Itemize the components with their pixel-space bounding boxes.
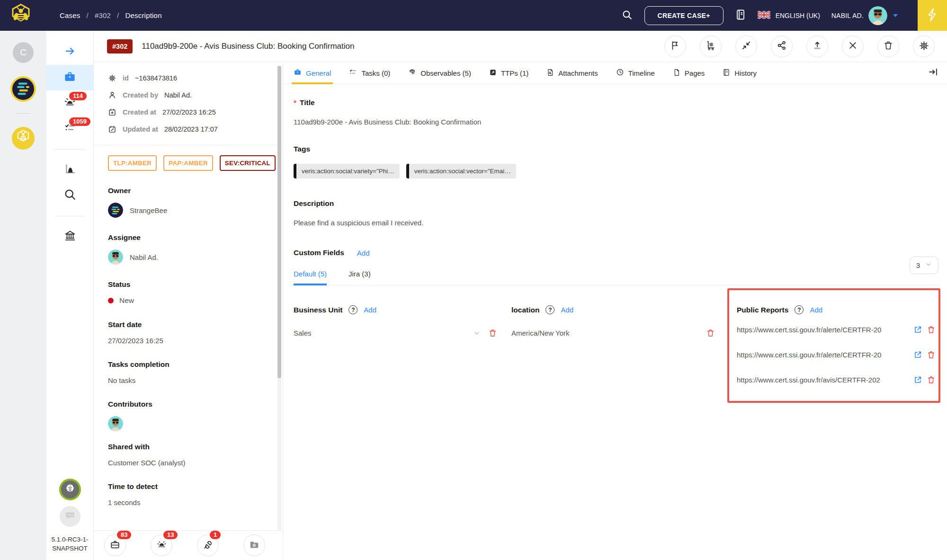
subtab-default[interactable]: Default (5): [294, 270, 327, 285]
sidebar-item-dashboards[interactable]: [46, 157, 93, 183]
arrow-right-icon: [63, 45, 77, 59]
clock-icon: [616, 68, 624, 78]
cortex-status-button[interactable]: [59, 479, 81, 500]
footer-archive-button[interactable]: [243, 534, 265, 556]
pap-badge[interactable]: PAP:AMBER: [163, 155, 213, 171]
owner-section: Owner: [108, 187, 267, 218]
trash-icon[interactable]: [706, 329, 715, 338]
trash-icon[interactable]: [927, 375, 936, 384]
help-icon[interactable]: ?: [795, 305, 804, 314]
tab-attachments[interactable]: Attachments: [546, 62, 598, 84]
subtab-jira[interactable]: Jira (3): [348, 270, 371, 285]
severity-badge[interactable]: SEV:CRITICAL: [220, 155, 276, 171]
status-row[interactable]: New: [108, 296, 267, 305]
sidebar-item-alerts[interactable]: 114: [46, 90, 93, 116]
assignee-row[interactable]: Nabil Ad.: [108, 249, 267, 265]
start-date-section: Start date 27/02/2023 16:25: [108, 320, 267, 345]
tab-observables[interactable]: Observables (5): [408, 62, 471, 84]
org-avatar-strangebee[interactable]: [10, 76, 36, 102]
trash-icon[interactable]: [927, 325, 936, 334]
public-report-url[interactable]: https://www.cert.ssi.gouv.fr/avis/CERTFR…: [737, 376, 909, 384]
breadcrumb-section[interactable]: Description: [125, 11, 161, 19]
external-link-icon[interactable]: [913, 325, 922, 334]
panel-scrollbar[interactable]: [277, 66, 281, 558]
tag-chip[interactable]: veris:action:social:vector="Emai…: [406, 164, 516, 178]
location-add-link[interactable]: Add: [561, 306, 573, 314]
public-report-url[interactable]: https://www.cert.ssi.gouv.fr/alerte/CERT…: [737, 326, 909, 334]
public-reports-add-link[interactable]: Add: [810, 306, 822, 314]
help-icon[interactable]: ?: [348, 305, 357, 314]
sidebar-item-search[interactable]: [46, 183, 93, 208]
flag-case-button[interactable]: [664, 36, 686, 57]
panel-scrollbar-thumb[interactable]: [277, 66, 281, 378]
case-settings-button[interactable]: [913, 36, 935, 57]
trash-icon[interactable]: [488, 329, 497, 338]
trash-icon[interactable]: [927, 350, 936, 359]
sidebar-item-tasks[interactable]: 1059: [46, 116, 93, 142]
delete-case-button[interactable]: [877, 36, 899, 57]
business-unit-add-link[interactable]: Add: [364, 306, 376, 314]
language-label: ENGLISH (UK): [776, 12, 820, 19]
external-link-icon[interactable]: [913, 350, 922, 359]
compress-button[interactable]: [735, 36, 757, 57]
collapse-panel-button[interactable]: [46, 39, 93, 65]
chevron-down-icon[interactable]: [473, 329, 481, 337]
flag-icon: [670, 40, 680, 52]
quick-actions-button[interactable]: [918, 0, 947, 31]
shared-with-value: Customer SOC (analyst): [108, 459, 267, 467]
created-at-label: Created at: [123, 108, 156, 116]
breadcrumb-separator: /: [87, 11, 89, 19]
chat-disabled-button[interactable]: [60, 506, 80, 527]
public-report-url[interactable]: https://www.cert.ssi.gouv.fr/alerte/CERT…: [737, 351, 909, 359]
case-main: General Tasks (0): [283, 62, 947, 560]
tag-chip[interactable]: veris:action:social:variety="Phi…: [294, 164, 400, 178]
footer-cases-button[interactable]: 83: [104, 534, 126, 556]
export-button[interactable]: [806, 36, 828, 57]
close-case-button[interactable]: [842, 36, 864, 57]
tab-pages[interactable]: Pages: [673, 62, 705, 84]
expand-panel-button[interactable]: [928, 62, 938, 84]
title-label-text: Title: [300, 98, 315, 107]
breadcrumb-case-number[interactable]: #302: [95, 11, 111, 19]
folder-gear-icon: [249, 540, 259, 551]
business-unit-value[interactable]: Sales: [294, 329, 465, 337]
tab-label: Timeline: [628, 69, 655, 77]
footer-alerts-button[interactable]: 13: [151, 534, 172, 556]
file-search-icon: [546, 69, 554, 78]
global-search-button[interactable]: [621, 9, 633, 22]
share-button[interactable]: [771, 36, 793, 57]
org-avatar-bee[interactable]: [12, 127, 35, 150]
breadcrumb-cases[interactable]: Cases: [60, 11, 80, 19]
page-size-select[interactable]: 3: [910, 257, 938, 274]
help-icon[interactable]: ?: [545, 305, 554, 314]
tab-ttps[interactable]: TTPs (1): [489, 62, 528, 84]
bee-org-icon: [15, 129, 32, 148]
run-responders-button[interactable]: [700, 36, 722, 57]
custom-fields-add-link[interactable]: Add: [357, 249, 370, 257]
documentation-button[interactable]: [735, 9, 746, 22]
create-case-button[interactable]: CREATE CASE+: [644, 6, 724, 25]
case-header: #302 110ad9b9-200e - Avis Business Club:…: [94, 31, 947, 62]
public-reports-label: Public Reports: [737, 306, 788, 314]
sidebar-item-organisation[interactable]: [46, 224, 93, 249]
app-shell: C: [0, 31, 947, 560]
trash-icon: [883, 40, 893, 52]
language-selector[interactable]: ENGLISH (UK): [758, 11, 820, 20]
tab-general[interactable]: General: [294, 62, 331, 84]
chart-icon: [64, 163, 76, 177]
description-field-value[interactable]: Please find a suspicious email I receive…: [294, 219, 940, 227]
location-value[interactable]: America/New York: [511, 329, 698, 337]
tab-history[interactable]: History: [723, 62, 757, 84]
tab-timeline[interactable]: Timeline: [616, 62, 655, 84]
user-menu[interactable]: NABIL AD.: [831, 6, 899, 25]
contributor-avatar[interactable]: [108, 416, 123, 431]
tlp-badge[interactable]: TLP:AMBER: [108, 155, 157, 171]
sidebar-item-cases[interactable]: [46, 65, 93, 90]
tab-tasks[interactable]: Tasks (0): [349, 62, 390, 84]
custom-fields-header: Custom Fields Add: [294, 249, 940, 257]
org-avatar-c[interactable]: C: [13, 42, 34, 63]
thehive-logo[interactable]: [0, 0, 42, 31]
title-field-value[interactable]: 110ad9b9-200e - Avis Business Club: Book…: [294, 118, 940, 126]
footer-responders-button[interactable]: 1: [197, 534, 219, 556]
external-link-icon[interactable]: [913, 375, 922, 384]
